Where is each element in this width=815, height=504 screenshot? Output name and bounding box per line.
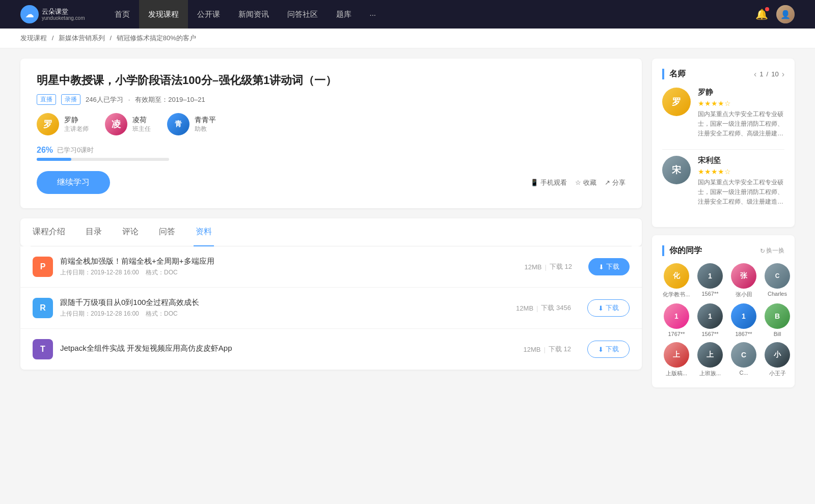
classmate-2-avatar[interactable]: 张 xyxy=(731,263,756,289)
classmate-8-avatar[interactable]: 上 xyxy=(664,342,689,368)
nav-item-news[interactable]: 新闻资讯 xyxy=(229,0,278,29)
teacher-2: 青 青青平 助教 xyxy=(167,113,216,135)
action-links: 📱 手机观看 ☆ 收藏 ↗ 分享 xyxy=(530,178,626,187)
student-count: 246人已学习 xyxy=(86,95,123,104)
file-stats-0: 12MB | 下载 12 xyxy=(525,262,572,271)
progress-bar-bg xyxy=(37,158,169,161)
progress-section: 26% 已学习0课时 xyxy=(37,146,626,161)
classmate-6-name: 1867** xyxy=(729,331,758,337)
classmate-7-avatar[interactable]: B xyxy=(765,303,790,329)
action-share[interactable]: ↗ 分享 xyxy=(605,178,626,187)
nav-item-open[interactable]: 公开课 xyxy=(188,0,229,29)
classmate-4-avatar[interactable]: 1 xyxy=(664,303,689,329)
continue-button[interactable]: 继续学习 xyxy=(37,171,110,194)
teacher-card-1-info: 宋利坚 ★★★★☆ 国内某重点大学安全工程专业硕士，国家一级注册消防工程师、注册… xyxy=(698,156,784,207)
right-panel: 名师 ‹ 1 / 10 › 罗 罗静 ★★★★☆ 国内某重点大学安全工程专业硕士… xyxy=(652,59,795,396)
file-size-1: 12MB xyxy=(516,304,533,312)
tab-catalog[interactable]: 目录 xyxy=(84,218,104,246)
classmate-6-avatar[interactable]: 1 xyxy=(731,303,756,329)
file-name-2: Jetpack全组件实战 开发短视频应用高仿皮皮虾App xyxy=(60,344,507,353)
notification-dot xyxy=(765,7,769,11)
course-card: 明星中教授课，小学阶段语法100分–强化级第1讲动词（一） 直播 录播 246人… xyxy=(20,59,642,208)
classmate-10-avatar[interactable]: C xyxy=(731,342,756,368)
classmate-0-name: 化学教书... xyxy=(662,291,691,298)
star-icon: ☆ xyxy=(575,179,581,186)
teacher-2-name: 青青平 xyxy=(195,116,216,125)
teacher-card-1-stars: ★★★★☆ xyxy=(698,167,784,176)
action-collect[interactable]: ☆ 收藏 xyxy=(575,178,596,187)
nav-item-quiz[interactable]: 题库 xyxy=(327,0,361,29)
action-mobile[interactable]: 📱 手机观看 xyxy=(530,178,567,187)
breadcrumb-sep-2: / xyxy=(110,34,112,42)
share-label: 分享 xyxy=(612,178,626,187)
breadcrumb-link-discover[interactable]: 发现课程 xyxy=(20,34,47,42)
classmates-refresh[interactable]: ↻ 换一换 xyxy=(760,246,784,255)
bell-icon[interactable]: 🔔 xyxy=(755,8,768,20)
teacher-1-name: 凌荷 xyxy=(132,116,151,125)
file-info-1: 跟随千万级项目从0到100全过程高效成长 上传日期：2019-12-28 16:… xyxy=(60,298,500,318)
classmate-11-avatar[interactable]: 小 xyxy=(765,342,790,368)
file-item-0: P 前端全栈加强版！前端全栈+全周期+多端应用 上传日期：2019-12-28 … xyxy=(20,246,642,288)
classmate-1: 1 1567** xyxy=(696,263,724,298)
tab-intro[interactable]: 课程介绍 xyxy=(31,218,67,246)
teachers-nav-next[interactable]: › xyxy=(782,70,784,79)
classmate-0-avatar[interactable]: 化 xyxy=(664,263,689,289)
classmate-1-avatar[interactable]: 1 xyxy=(697,263,723,289)
teacher-0-name: 罗静 xyxy=(64,116,89,125)
tabs-bar: 课程介绍 目录 评论 问答 资料 xyxy=(20,218,642,246)
nav-item-qa[interactable]: 问答社区 xyxy=(278,0,327,29)
valid-until: 有效期至：2019–10–21 xyxy=(135,95,205,104)
files-section: P 前端全栈加强版！前端全栈+全周期+多端应用 上传日期：2019-12-28 … xyxy=(20,246,642,370)
teacher-card-0-desc: 国内某重点大学安全工程专业硕士，国家一级注册消防工程师、注册安全工程师、高级注册… xyxy=(698,109,784,139)
classmate-3-avatar[interactable]: C xyxy=(765,263,790,289)
teachers-nav-prev[interactable]: ‹ xyxy=(754,70,756,79)
share-icon: ↗ xyxy=(605,179,610,186)
teacher-card-0-info: 罗静 ★★★★☆ 国内某重点大学安全工程专业硕士，国家一级注册消防工程师、注册安… xyxy=(698,88,784,139)
file-info-0: 前端全栈加强版！前端全栈+全周期+多端应用 上传日期：2019-12-28 16… xyxy=(60,257,508,277)
classmates-panel: 你的同学 ↻ 换一换 化 化学教书... 1 1567** xyxy=(652,235,795,387)
classmate-2: 张 张小田 xyxy=(729,263,758,298)
file-name-1: 跟随千万级项目从0到100全过程高效成长 xyxy=(60,298,500,307)
file-item-2: T Jetpack全组件实战 开发短视频应用高仿皮皮虾App 12MB | 下载… xyxy=(20,329,642,370)
nav-item-more[interactable]: ··· xyxy=(361,0,386,29)
mobile-icon: 📱 xyxy=(530,179,538,186)
progress-label: 26% 已学习0课时 xyxy=(37,146,626,155)
nav-item-discover[interactable]: 发现课程 xyxy=(139,0,188,29)
download-button-0[interactable]: ⬇ 下载 xyxy=(588,258,630,275)
user-avatar[interactable]: 👤 xyxy=(776,5,795,23)
download-button-2[interactable]: ⬇ 下载 xyxy=(587,341,630,358)
tab-resources[interactable]: 资料 xyxy=(194,218,214,246)
nav-right: 🔔 👤 xyxy=(755,5,795,23)
nav-items: 首页 发现课程 公开课 新闻资讯 问答社区 题库 ··· xyxy=(105,0,755,29)
file-size-0: 12MB xyxy=(525,263,542,271)
mobile-label: 手机观看 xyxy=(540,178,567,187)
classmate-1-name: 1567** xyxy=(696,291,724,297)
logo[interactable]: ☁ 云朵课堂 yunduoketang.com xyxy=(20,5,85,23)
classmate-9-avatar[interactable]: 上 xyxy=(697,342,723,368)
classmate-7: B Bill xyxy=(763,303,792,337)
navigation: ☁ 云朵课堂 yunduoketang.com 首页 发现课程 公开课 新闻资讯… xyxy=(0,0,815,29)
logo-icon: ☁ xyxy=(20,5,39,23)
breadcrumb-link-series[interactable]: 新媒体营销系列 xyxy=(59,34,105,42)
logo-text: 云朵课堂 xyxy=(42,8,85,16)
classmates-grid: 化 化学教书... 1 1567** 张 张小田 xyxy=(662,263,784,377)
classmate-10: C C... xyxy=(729,342,758,377)
classmate-6: 1 1867** xyxy=(729,303,758,337)
teachers-panel-nav: ‹ 1 / 10 › xyxy=(754,70,784,79)
classmate-5-avatar[interactable]: 1 xyxy=(697,303,723,329)
classmate-8-name: 上版稿... xyxy=(662,370,691,377)
teacher-card-0: 罗 罗静 ★★★★☆ 国内某重点大学安全工程专业硕士，国家一级注册消防工程师、注… xyxy=(662,88,784,139)
classmate-5-name: 1567** xyxy=(696,331,724,337)
file-downloads-0: 下载 12 xyxy=(550,262,572,271)
nav-item-home[interactable]: 首页 xyxy=(105,0,139,29)
teacher-card-1-name: 宋利坚 xyxy=(698,156,784,165)
collect-label: 收藏 xyxy=(583,178,596,187)
tab-review[interactable]: 评论 xyxy=(120,218,141,246)
file-downloads-1: 下载 3456 xyxy=(541,303,571,313)
download-button-1[interactable]: ⬇ 下载 xyxy=(587,299,630,317)
teachers-panel-title: 名师 xyxy=(662,69,686,79)
tab-qa[interactable]: 问答 xyxy=(157,218,177,246)
classmate-7-name: Bill xyxy=(763,331,792,337)
teacher-card-1-avatar: 宋 xyxy=(662,156,691,184)
teacher-1-role: 班主任 xyxy=(132,125,151,133)
